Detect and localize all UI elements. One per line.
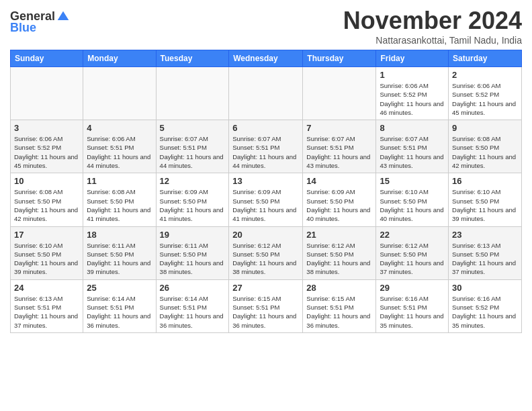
weekday-header-tuesday: Tuesday	[156, 50, 229, 67]
day-number: 29	[380, 283, 445, 293]
day-number: 22	[380, 230, 445, 240]
calendar-day: 16Sunrise: 6:10 AM Sunset: 5:50 PM Dayli…	[449, 173, 522, 226]
calendar-day: 3Sunrise: 6:06 AM Sunset: 5:52 PM Daylig…	[11, 120, 83, 173]
day-number: 14	[306, 176, 372, 186]
weekday-header-sunday: Sunday	[11, 50, 83, 67]
calendar-week-3: 10Sunrise: 6:08 AM Sunset: 5:50 PM Dayli…	[11, 173, 522, 226]
day-info: Sunrise: 6:06 AM Sunset: 5:52 PM Dayligh…	[14, 134, 79, 170]
weekday-header-thursday: Thursday	[303, 50, 376, 67]
day-info: Sunrise: 6:09 AM Sunset: 5:50 PM Dayligh…	[160, 187, 226, 223]
calendar-day: 19Sunrise: 6:11 AM Sunset: 5:50 PM Dayli…	[156, 226, 229, 279]
title-section: November 2024 Nattarasankottai, Tamil Na…	[343, 7, 522, 46]
day-info: Sunrise: 6:07 AM Sunset: 5:51 PM Dayligh…	[380, 134, 445, 170]
calendar-week-2: 3Sunrise: 6:06 AM Sunset: 5:52 PM Daylig…	[11, 120, 522, 173]
calendar-day	[83, 67, 156, 120]
day-number: 6	[232, 123, 299, 133]
calendar-day: 20Sunrise: 6:12 AM Sunset: 5:50 PM Dayli…	[229, 226, 303, 279]
day-number: 1	[380, 70, 445, 80]
logo-icon	[56, 10, 70, 24]
day-number: 17	[14, 230, 79, 240]
calendar-day	[156, 67, 229, 120]
day-info: Sunrise: 6:10 AM Sunset: 5:50 PM Dayligh…	[380, 187, 445, 223]
weekday-header-saturday: Saturday	[449, 50, 522, 67]
calendar-day: 30Sunrise: 6:16 AM Sunset: 5:52 PM Dayli…	[449, 279, 522, 332]
weekday-header-row: SundayMondayTuesdayWednesdayThursdayFrid…	[11, 50, 522, 67]
day-info: Sunrise: 6:09 AM Sunset: 5:50 PM Dayligh…	[232, 187, 299, 223]
calendar-day: 14Sunrise: 6:09 AM Sunset: 5:50 PM Dayli…	[303, 173, 376, 226]
calendar-day: 21Sunrise: 6:12 AM Sunset: 5:50 PM Dayli…	[303, 226, 376, 279]
calendar-day: 29Sunrise: 6:16 AM Sunset: 5:51 PM Dayli…	[376, 279, 449, 332]
day-info: Sunrise: 6:16 AM Sunset: 5:51 PM Dayligh…	[380, 294, 445, 330]
day-number: 24	[14, 283, 79, 293]
day-info: Sunrise: 6:14 AM Sunset: 5:51 PM Dayligh…	[160, 294, 226, 330]
day-number: 27	[232, 283, 299, 293]
day-number: 12	[160, 176, 226, 186]
day-info: Sunrise: 6:15 AM Sunset: 5:51 PM Dayligh…	[232, 294, 299, 330]
calendar-day: 5Sunrise: 6:07 AM Sunset: 5:51 PM Daylig…	[156, 120, 229, 173]
calendar-day: 15Sunrise: 6:10 AM Sunset: 5:50 PM Dayli…	[376, 173, 449, 226]
calendar-day: 1Sunrise: 6:06 AM Sunset: 5:52 PM Daylig…	[376, 67, 449, 120]
day-number: 5	[160, 123, 226, 133]
calendar-week-4: 17Sunrise: 6:10 AM Sunset: 5:50 PM Dayli…	[11, 226, 522, 279]
day-info: Sunrise: 6:15 AM Sunset: 5:51 PM Dayligh…	[306, 294, 372, 330]
calendar-day: 26Sunrise: 6:14 AM Sunset: 5:51 PM Dayli…	[156, 279, 229, 332]
day-number: 26	[160, 283, 226, 293]
calendar-day: 8Sunrise: 6:07 AM Sunset: 5:51 PM Daylig…	[376, 120, 449, 173]
day-info: Sunrise: 6:09 AM Sunset: 5:50 PM Dayligh…	[306, 187, 372, 223]
day-number: 9	[452, 123, 518, 133]
day-number: 3	[14, 123, 79, 133]
calendar-day: 27Sunrise: 6:15 AM Sunset: 5:51 PM Dayli…	[229, 279, 303, 332]
calendar-day: 25Sunrise: 6:14 AM Sunset: 5:51 PM Dayli…	[83, 279, 156, 332]
calendar-week-1: 1Sunrise: 6:06 AM Sunset: 5:52 PM Daylig…	[11, 67, 522, 120]
calendar-day	[303, 67, 376, 120]
day-info: Sunrise: 6:07 AM Sunset: 5:51 PM Dayligh…	[232, 134, 299, 170]
calendar-day: 2Sunrise: 6:06 AM Sunset: 5:52 PM Daylig…	[449, 67, 522, 120]
day-number: 20	[232, 230, 299, 240]
location-text: Nattarasankottai, Tamil Nadu, India	[343, 35, 522, 46]
day-info: Sunrise: 6:06 AM Sunset: 5:52 PM Dayligh…	[452, 81, 518, 117]
calendar-day: 24Sunrise: 6:13 AM Sunset: 5:51 PM Dayli…	[11, 279, 83, 332]
day-info: Sunrise: 6:10 AM Sunset: 5:50 PM Dayligh…	[452, 187, 518, 223]
calendar-day: 10Sunrise: 6:08 AM Sunset: 5:50 PM Dayli…	[11, 173, 83, 226]
month-title: November 2024	[343, 7, 522, 35]
calendar-day: 9Sunrise: 6:08 AM Sunset: 5:50 PM Daylig…	[449, 120, 522, 173]
day-number: 16	[452, 176, 518, 186]
calendar-week-5: 24Sunrise: 6:13 AM Sunset: 5:51 PM Dayli…	[11, 279, 522, 332]
logo-blue-text: Blue	[10, 21, 36, 35]
day-number: 13	[232, 176, 299, 186]
day-info: Sunrise: 6:07 AM Sunset: 5:51 PM Dayligh…	[160, 134, 226, 170]
calendar-day: 13Sunrise: 6:09 AM Sunset: 5:50 PM Dayli…	[229, 173, 303, 226]
day-info: Sunrise: 6:07 AM Sunset: 5:51 PM Dayligh…	[306, 134, 372, 170]
day-number: 18	[87, 230, 152, 240]
calendar-day: 28Sunrise: 6:15 AM Sunset: 5:51 PM Dayli…	[303, 279, 376, 332]
day-info: Sunrise: 6:08 AM Sunset: 5:50 PM Dayligh…	[452, 134, 518, 170]
weekday-header-monday: Monday	[83, 50, 156, 67]
day-info: Sunrise: 6:12 AM Sunset: 5:50 PM Dayligh…	[232, 241, 299, 277]
day-info: Sunrise: 6:06 AM Sunset: 5:51 PM Dayligh…	[87, 134, 152, 170]
page-header: General Blue November 2024 Nattarasankot…	[10, 7, 522, 46]
day-info: Sunrise: 6:14 AM Sunset: 5:51 PM Dayligh…	[87, 294, 152, 330]
day-number: 8	[380, 123, 445, 133]
svg-marker-0	[58, 11, 69, 19]
day-number: 11	[87, 176, 152, 186]
weekday-header-wednesday: Wednesday	[229, 50, 303, 67]
day-info: Sunrise: 6:06 AM Sunset: 5:52 PM Dayligh…	[380, 81, 445, 117]
day-info: Sunrise: 6:13 AM Sunset: 5:51 PM Dayligh…	[14, 294, 79, 330]
day-info: Sunrise: 6:10 AM Sunset: 5:50 PM Dayligh…	[14, 241, 79, 277]
day-info: Sunrise: 6:12 AM Sunset: 5:50 PM Dayligh…	[306, 241, 372, 277]
day-number: 10	[14, 176, 79, 186]
calendar-day: 6Sunrise: 6:07 AM Sunset: 5:51 PM Daylig…	[229, 120, 303, 173]
calendar-day: 7Sunrise: 6:07 AM Sunset: 5:51 PM Daylig…	[303, 120, 376, 173]
calendar-day: 12Sunrise: 6:09 AM Sunset: 5:50 PM Dayli…	[156, 173, 229, 226]
calendar-day: 23Sunrise: 6:13 AM Sunset: 5:50 PM Dayli…	[449, 226, 522, 279]
day-number: 15	[380, 176, 445, 186]
day-info: Sunrise: 6:11 AM Sunset: 5:50 PM Dayligh…	[160, 241, 226, 277]
day-info: Sunrise: 6:08 AM Sunset: 5:50 PM Dayligh…	[14, 187, 79, 223]
day-number: 23	[452, 230, 518, 240]
calendar-day: 4Sunrise: 6:06 AM Sunset: 5:51 PM Daylig…	[83, 120, 156, 173]
weekday-header-friday: Friday	[376, 50, 449, 67]
day-number: 4	[87, 123, 152, 133]
day-number: 25	[87, 283, 152, 293]
day-info: Sunrise: 6:12 AM Sunset: 5:50 PM Dayligh…	[380, 241, 445, 277]
logo: General Blue	[10, 9, 70, 35]
